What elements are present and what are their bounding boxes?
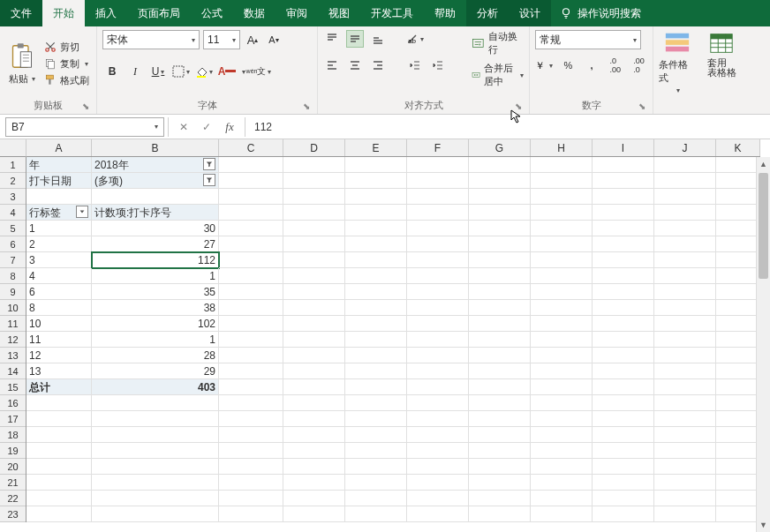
cell-A18[interactable] (26, 427, 92, 443)
cell-D17[interactable] (283, 411, 345, 427)
wrap-text-button[interactable]: 自动换行 (472, 30, 524, 56)
cell-F19[interactable] (407, 443, 469, 459)
row-header-6[interactable]: 6 (0, 236, 26, 252)
cell-G15[interactable] (469, 379, 531, 395)
column-header-D[interactable]: D (283, 139, 345, 156)
column-header-C[interactable]: C (219, 139, 283, 156)
cell-D21[interactable] (283, 475, 345, 491)
row-header-3[interactable]: 3 (0, 189, 26, 205)
cell-E1[interactable] (345, 157, 407, 173)
cell-A12[interactable]: 11 (26, 332, 92, 348)
phonetic-button[interactable]: wén文▾ (249, 62, 268, 81)
cell-J10[interactable] (654, 300, 716, 316)
cell-C13[interactable] (219, 348, 283, 363)
cell-K22[interactable] (716, 491, 760, 506)
enter-formula-button[interactable]: ✓ (195, 117, 218, 137)
cell-A23[interactable] (26, 506, 92, 522)
cell-E7[interactable] (345, 252, 407, 268)
cell-E19[interactable] (345, 443, 407, 459)
cell-C8[interactable] (219, 268, 283, 284)
cut-button[interactable]: 剪切 (42, 40, 91, 55)
cell-J17[interactable] (654, 411, 716, 427)
cell-E11[interactable] (345, 316, 407, 332)
cell-H18[interactable] (531, 427, 593, 443)
cell-G19[interactable] (469, 443, 531, 459)
cell-K4[interactable] (716, 205, 760, 221)
cell-C1[interactable] (219, 157, 283, 173)
cell-G3[interactable] (469, 189, 531, 205)
row-header-22[interactable]: 22 (0, 491, 26, 506)
cell-H21[interactable] (531, 475, 593, 491)
cell-D4[interactable] (283, 205, 345, 221)
cell-E22[interactable] (345, 491, 407, 506)
scroll-thumb[interactable] (759, 173, 768, 279)
dialog-launcher-icon[interactable]: ⬊ (301, 101, 312, 112)
cell-K7[interactable] (716, 252, 760, 268)
cell-A8[interactable]: 4 (26, 268, 92, 284)
cell-J3[interactable] (654, 189, 716, 205)
cell-D23[interactable] (283, 506, 345, 522)
cell-J5[interactable] (654, 221, 716, 236)
cell-K3[interactable] (716, 189, 760, 205)
cell-G23[interactable] (469, 506, 531, 522)
cell-F12[interactable] (407, 332, 469, 348)
cell-K19[interactable] (716, 443, 760, 459)
cell-grid[interactable]: 年2018年打卡日期(多项)行标签计数项:打卡序号130227311241635… (26, 157, 770, 522)
row-header-2[interactable]: 2 (0, 173, 26, 189)
align-left-button[interactable] (323, 56, 341, 74)
cell-G10[interactable] (469, 300, 531, 316)
cell-I2[interactable] (593, 173, 654, 189)
cell-B17[interactable] (92, 411, 219, 427)
increase-indent-button[interactable] (429, 56, 447, 74)
cell-C17[interactable] (219, 411, 283, 427)
cell-F23[interactable] (407, 506, 469, 522)
cell-E12[interactable] (345, 332, 407, 348)
tab-review[interactable]: 审阅 (276, 0, 318, 26)
cell-E21[interactable] (345, 475, 407, 491)
cell-A14[interactable]: 13 (26, 363, 92, 379)
align-middle-button[interactable] (346, 30, 364, 48)
cell-B13[interactable]: 28 (92, 348, 219, 363)
row-header-10[interactable]: 10 (0, 300, 26, 316)
cell-C20[interactable] (219, 459, 283, 475)
cell-I21[interactable] (593, 475, 654, 491)
cell-I10[interactable] (593, 300, 654, 316)
underline-button[interactable]: U▾ (148, 62, 168, 81)
cell-H13[interactable] (531, 348, 593, 363)
cell-D3[interactable] (283, 189, 345, 205)
cell-C21[interactable] (219, 475, 283, 491)
cell-E14[interactable] (345, 363, 407, 379)
conditional-format-button[interactable]: 条件格式▾ (659, 30, 696, 94)
tab-file[interactable]: 文件 (0, 0, 42, 26)
cell-G9[interactable] (469, 284, 531, 300)
cell-A16[interactable] (26, 395, 92, 411)
row-header-11[interactable]: 11 (0, 316, 26, 332)
cell-I16[interactable] (593, 395, 654, 411)
cell-F22[interactable] (407, 491, 469, 506)
cell-A7[interactable]: 3 (26, 252, 92, 268)
cell-I7[interactable] (593, 252, 654, 268)
cell-D12[interactable] (283, 332, 345, 348)
cell-A17[interactable] (26, 411, 92, 427)
cell-I19[interactable] (593, 443, 654, 459)
column-header-H[interactable]: H (531, 139, 593, 156)
cell-C18[interactable] (219, 427, 283, 443)
cell-E5[interactable] (345, 221, 407, 236)
select-all-corner[interactable] (0, 139, 26, 157)
cell-B10[interactable]: 38 (92, 300, 219, 316)
cell-I12[interactable] (593, 332, 654, 348)
cell-D20[interactable] (283, 459, 345, 475)
cell-D19[interactable] (283, 443, 345, 459)
cell-B1[interactable]: 2018年 (92, 157, 219, 173)
cell-B6[interactable]: 27 (92, 236, 219, 252)
cell-K2[interactable] (716, 173, 760, 189)
cell-E18[interactable] (345, 427, 407, 443)
cell-K6[interactable] (716, 236, 760, 252)
cell-C6[interactable] (219, 236, 283, 252)
format-painter-button[interactable]: 格式刷 (42, 73, 91, 88)
cell-D1[interactable] (283, 157, 345, 173)
filter-icon[interactable] (203, 158, 215, 170)
cell-K15[interactable] (716, 379, 760, 395)
cell-E15[interactable] (345, 379, 407, 395)
cell-B4[interactable]: 计数项:打卡序号 (92, 205, 219, 221)
